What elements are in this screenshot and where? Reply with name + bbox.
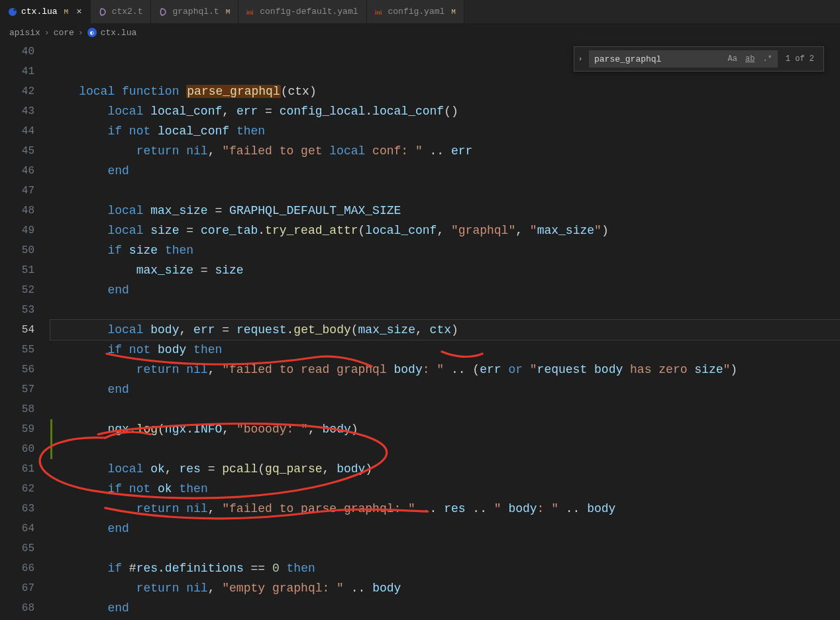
tab-modified-badge: M [223,8,231,16]
code-line[interactable]: if not ok then [50,479,840,499]
tab-bar: ctx.lua M × ctx2.t graphql.t M ini confi… [0,0,840,23]
line-number-gutter: 4041424344454647484950515253545556575859… [0,42,46,620]
code-line[interactable]: return nil, "failed to get local conf: "… [50,141,840,161]
code-line[interactable]: return nil, "failed to read graphql body… [50,360,840,380]
code-line[interactable]: local body, err = request.get_body(max_s… [50,320,840,340]
lua-file-icon [8,7,17,17]
svg-point-0 [9,8,17,16]
code-line[interactable] [50,300,840,320]
breadcrumb: apisix › core › ◐ ctx.lua [0,23,840,42]
tab-label: ctx2.t [112,7,143,17]
tab-label: config-default.yaml [260,7,358,17]
code-line[interactable]: end [50,280,840,300]
tab-modified-badge: M [448,8,456,16]
code-line[interactable]: local ok, res = pcall(gq_parse, body) [50,459,840,479]
tab-close-icon[interactable]: × [72,7,81,17]
svg-point-1 [13,9,15,11]
find-expand-toggle[interactable]: › [574,47,586,71]
code-line[interactable]: local max_size = GRAPHQL_DEFAULT_MAX_SIZ… [50,201,840,221]
code-line[interactable]: local local_conf, err = config_local.loc… [50,101,840,121]
code-line[interactable]: end [50,380,840,399]
svg-text:ini: ini [246,9,254,16]
code-line[interactable] [50,181,840,201]
find-regex-toggle[interactable]: .* [760,53,774,65]
lua-file-icon: ◐ [87,28,97,37]
find-result-counter: 1 of 2 [780,54,819,64]
perl-file-icon [159,7,168,17]
breadcrumb-segment[interactable]: apisix [9,28,40,38]
code-content[interactable]: local function parse_graphql(ctx) local … [46,42,840,620]
chevron-right-icon: › [44,28,50,38]
tab-config-yaml[interactable]: ini config.yaml M [367,0,464,23]
chevron-right-icon: › [78,28,83,38]
tab-label: config.yaml [388,7,445,17]
yaml-file-icon: ini [375,7,384,17]
tab-config-default-yaml[interactable]: ini config-default.yaml [238,0,366,23]
code-line[interactable]: local size = core_tab.try_read_attr(loca… [50,221,840,240]
editor[interactable]: 4041424344454647484950515253545556575859… [0,42,840,620]
yaml-file-icon: ini [246,7,256,17]
code-line[interactable]: ngx.log(ngx.INFO, "booody: ", body) [50,419,840,439]
tab-graphql-t[interactable]: graphql.t M [151,0,238,23]
code-line[interactable]: end [50,161,840,181]
code-line[interactable]: return nil, "empty graphql: " .. body [50,578,840,598]
find-input[interactable] [594,54,723,64]
code-line[interactable] [50,439,840,459]
code-line[interactable]: end [50,598,840,618]
code-line[interactable] [50,539,840,558]
code-line[interactable]: if not body then [50,340,840,360]
find-input-wrap: Aa ab .* [589,50,778,68]
tab-label: graphql.t [172,7,219,17]
breadcrumb-segment[interactable]: ctx.lua [101,28,137,38]
find-widget: › Aa ab .* 1 of 2 [574,46,824,72]
find-whole-word-toggle[interactable]: ab [743,53,757,65]
code-line[interactable]: end [50,519,840,539]
code-line[interactable]: return nil, "failed to parse graphql: " … [50,499,840,519]
code-line[interactable]: max_size = size [50,260,840,280]
code-line[interactable]: local function parse_graphql(ctx) [50,81,840,101]
tab-ctx-lua[interactable]: ctx.lua M × [0,0,91,23]
tab-modified-badge: M [62,8,69,16]
tab-label: ctx.lua [21,7,58,17]
perl-file-icon [99,7,108,17]
code-line[interactable]: if size then [50,240,840,260]
code-line[interactable] [50,399,840,419]
code-line[interactable]: if not local_conf then [50,121,840,141]
breadcrumb-segment[interactable]: core [54,28,74,38]
svg-text:ini: ini [375,9,382,16]
find-case-sensitive-toggle[interactable]: Aa [725,53,740,65]
code-line[interactable]: if #res.definitions == 0 then [50,558,840,578]
tab-ctx2-t[interactable]: ctx2.t [91,0,152,23]
